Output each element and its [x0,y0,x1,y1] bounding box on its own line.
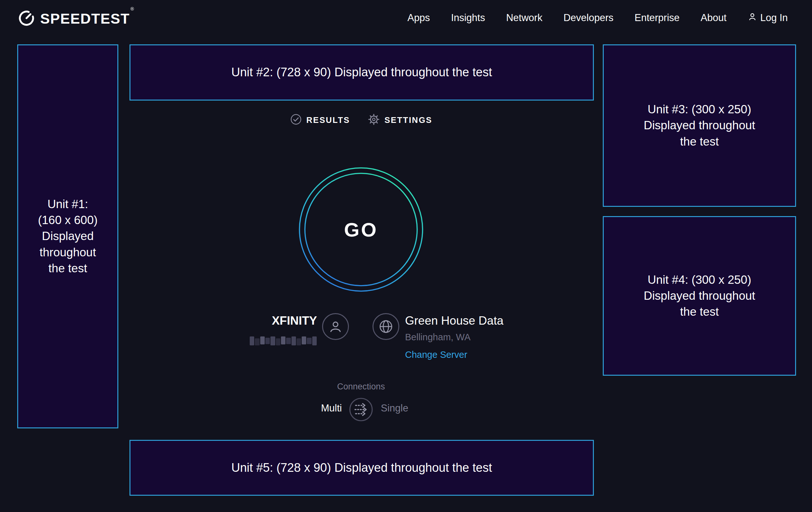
tab-results[interactable]: RESULTS [290,113,350,127]
ad-line: (160 x 600) [38,212,97,228]
server-name: Green House Data [405,314,503,327]
go-button-label: GO [297,166,425,293]
tab-settings[interactable]: SETTINGS [368,113,432,127]
server-globe-icon [373,313,399,340]
ad-unit-5-leaderboard[interactable]: Unit #5: (728 x 90) Displayed throughout… [129,440,594,496]
speedtest-logo[interactable]: SPEEDTEST® [18,9,134,28]
ad-line: the test [644,304,755,320]
view-tabs: RESULTS [297,113,425,127]
ad-unit-3-text: Unit #3: (300 x 250) Displayed throughou… [644,102,755,150]
ad-line: Unit #4: (300 x 250) [644,272,755,288]
ad-unit-3-rectangle[interactable]: Unit #3: (300 x 250) Displayed throughou… [603,44,796,207]
connection-mode-toggle-icon[interactable] [349,397,373,422]
ad-line: Displayed throughout [644,288,755,304]
login-label: Log In [760,12,788,24]
trademark-symbol: ® [130,6,135,11]
redacted-ip-address [250,336,317,345]
ad-line: Displayed throughout [644,117,755,133]
speedtest-page: SPEEDTEST® Apps Insights Network Develop… [0,0,812,512]
ad-line: Displayed [38,228,97,244]
check-circle-icon [290,113,302,127]
ad-unit-4-rectangle[interactable]: Unit #4: (300 x 250) Displayed throughou… [603,216,796,376]
user-icon [748,12,757,24]
ad-unit-4-text: Unit #4: (300 x 250) Displayed throughou… [644,272,755,320]
change-server-link[interactable]: Change Server [405,350,503,360]
ad-line: Unit #1: [38,196,97,212]
nav-item-enterprise[interactable]: Enterprise [634,12,679,24]
isp-name: XFINITY [223,314,317,327]
isp-user-icon [322,313,349,340]
ad-line: Unit #3: (300 x 250) [644,102,755,117]
ad-unit-5-text: Unit #5: (728 x 90) Displayed throughout… [231,460,492,476]
logo-text: SPEEDTEST® [40,10,134,27]
results-tab-label: RESULTS [307,115,350,125]
ad-line: the test [38,261,97,276]
ad-unit-1-skyscraper[interactable]: Unit #1: (160 x 600) Displayed throughou… [17,44,118,428]
ad-unit-2-leaderboard[interactable]: Unit #2: (728 x 90) Displayed throughout… [129,44,594,101]
main-nav: Apps Insights Network Developers Enterpr… [407,0,788,36]
connections-label: Connections [297,382,425,392]
ad-line: the test [644,134,755,150]
connection-mode-single[interactable]: Single [381,403,444,414]
server-info: Green House Data Bellingham, WA Change S… [405,314,503,360]
nav-item-network[interactable]: Network [506,12,543,24]
nav-item-developers[interactable]: Developers [563,12,614,24]
server-location: Bellingham, WA [405,332,503,343]
login-button[interactable]: Log In [748,12,788,24]
gear-icon [368,113,380,127]
settings-tab-label: SETTINGS [384,115,432,125]
nav-item-apps[interactable]: Apps [407,12,430,24]
top-nav-bar: SPEEDTEST® Apps Insights Network Develop… [0,0,812,36]
connection-mode-multi[interactable]: Multi [281,403,342,414]
ad-unit-2-text: Unit #2: (728 x 90) Displayed throughout… [231,64,492,81]
go-button[interactable]: GO [297,166,425,293]
nav-item-insights[interactable]: Insights [451,12,485,24]
speedometer-gauge-icon [18,9,35,28]
nav-item-about[interactable]: About [701,12,727,24]
ad-unit-1-text: Unit #1: (160 x 600) Displayed throughou… [38,196,97,277]
ad-line: throughout [38,244,97,261]
